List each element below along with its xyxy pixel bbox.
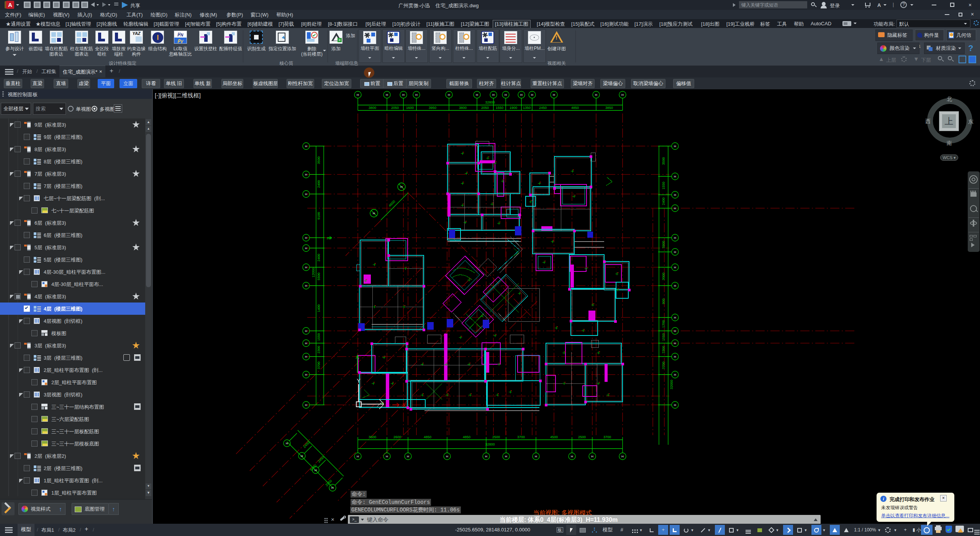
- svg-text:1550: 1550: [317, 333, 321, 341]
- svg-text:H: H: [331, 486, 334, 490]
- svg-text:H: H: [305, 173, 307, 176]
- svg-text:H: H: [305, 192, 307, 196]
- svg-text:H: H: [373, 212, 375, 215]
- svg-text:H: H: [492, 93, 495, 97]
- svg-text:1700: 1700: [662, 320, 665, 328]
- svg-text:H: H: [305, 236, 307, 240]
- svg-text:2300: 2300: [662, 346, 665, 353]
- svg-text:3500: 3500: [317, 156, 321, 164]
- svg-text:H: H: [531, 93, 533, 97]
- svg-text:H: H: [674, 355, 676, 358]
- svg-text:H: H: [305, 329, 307, 333]
- svg-text:1550: 1550: [662, 333, 665, 341]
- svg-text:H: H: [674, 175, 676, 178]
- svg-text:H: H: [674, 373, 676, 377]
- svg-text:2400: 2400: [317, 254, 321, 261]
- svg-text:4850: 4850: [463, 435, 470, 439]
- svg-text:H: H: [400, 185, 403, 189]
- svg-text:2600: 2600: [393, 435, 401, 439]
- svg-text:900: 900: [662, 298, 665, 304]
- svg-text:H: H: [621, 93, 624, 97]
- svg-text:3950: 3950: [429, 106, 436, 110]
- svg-text:32050: 32050: [670, 380, 674, 389]
- svg-text:H: H: [357, 455, 359, 458]
- svg-text:4850: 4850: [571, 106, 579, 110]
- svg-text:H: H: [402, 93, 405, 97]
- svg-text:H: H: [305, 373, 307, 377]
- svg-text:H: H: [505, 93, 507, 97]
- svg-text:H: H: [476, 93, 478, 97]
- svg-text:H: H: [553, 93, 555, 97]
- svg-text:3600: 3600: [369, 435, 376, 439]
- svg-text:2300: 2300: [317, 346, 321, 353]
- svg-text:H: H: [301, 454, 303, 458]
- svg-text:32800: 32800: [485, 442, 495, 446]
- svg-text:H: H: [674, 342, 676, 345]
- svg-text:9100: 9100: [317, 212, 321, 220]
- svg-text:H: H: [448, 93, 450, 97]
- svg-text:H: H: [674, 403, 676, 407]
- svg-text:3800: 3800: [459, 106, 467, 110]
- svg-text:H: H: [505, 455, 507, 458]
- svg-text:H: H: [674, 329, 676, 333]
- svg-text:2500: 2500: [492, 435, 500, 439]
- svg-text:4850: 4850: [424, 435, 431, 439]
- svg-text:H: H: [674, 236, 676, 240]
- svg-text:H: H: [415, 93, 418, 97]
- svg-text:2400: 2400: [662, 197, 665, 205]
- svg-text:H: H: [571, 455, 573, 458]
- svg-text:5500: 5500: [317, 273, 321, 280]
- svg-text:H: H: [535, 455, 537, 458]
- svg-text:12050: 12050: [311, 268, 315, 277]
- svg-text:H: H: [520, 93, 523, 97]
- svg-text:H: H: [485, 455, 487, 458]
- svg-text:3700: 3700: [603, 435, 611, 439]
- svg-text:H: H: [305, 266, 307, 269]
- svg-text:H: H: [305, 145, 307, 148]
- svg-text:3000: 3000: [662, 273, 665, 280]
- svg-text:3700: 3700: [517, 435, 525, 439]
- svg-text:3700: 3700: [317, 362, 321, 369]
- svg-text:H: H: [286, 442, 288, 445]
- svg-text:32800: 32800: [485, 100, 495, 104]
- svg-text:1600: 1600: [406, 106, 414, 110]
- svg-text:H: H: [595, 93, 597, 97]
- svg-text:2500: 2500: [578, 435, 586, 439]
- svg-text:1400: 1400: [317, 304, 321, 312]
- svg-text:H: H: [446, 455, 448, 458]
- svg-text:H: H: [305, 355, 307, 358]
- svg-text:H: H: [591, 455, 593, 458]
- svg-text:H: H: [674, 207, 676, 210]
- svg-text:H: H: [674, 145, 676, 148]
- svg-text:3900: 3900: [662, 241, 665, 248]
- svg-text:X: X: [402, 402, 406, 408]
- svg-text:4500: 4500: [550, 435, 558, 439]
- svg-text:H: H: [386, 93, 388, 97]
- svg-text:H: H: [305, 247, 307, 250]
- svg-text:H: H: [305, 284, 307, 288]
- svg-text:Y: Y: [357, 378, 361, 384]
- svg-text:H: H: [305, 403, 307, 407]
- svg-text:1550: 1550: [496, 106, 503, 110]
- svg-text:3500: 3500: [662, 157, 665, 165]
- svg-text:H: H: [674, 250, 676, 254]
- svg-text:1550: 1550: [662, 182, 665, 189]
- svg-text:H: H: [315, 469, 317, 472]
- svg-text:H: H: [674, 266, 676, 269]
- svg-text:H: H: [305, 342, 307, 345]
- svg-text:H: H: [674, 193, 676, 197]
- svg-text:3850: 3850: [605, 106, 613, 110]
- svg-text:3700: 3700: [662, 362, 665, 369]
- svg-text:1350: 1350: [523, 106, 531, 110]
- svg-text:2050: 2050: [481, 106, 489, 110]
- svg-text:1900: 1900: [510, 106, 517, 110]
- svg-text:2400: 2400: [317, 180, 321, 188]
- svg-text:H: H: [674, 316, 676, 319]
- svg-text:H: H: [407, 455, 409, 458]
- svg-text:2450: 2450: [539, 106, 547, 110]
- svg-text:H: H: [386, 455, 388, 458]
- svg-text:H: H: [674, 284, 676, 288]
- svg-text:3800: 3800: [369, 106, 376, 110]
- svg-text:H: H: [357, 93, 359, 97]
- svg-text:2050: 2050: [391, 106, 399, 110]
